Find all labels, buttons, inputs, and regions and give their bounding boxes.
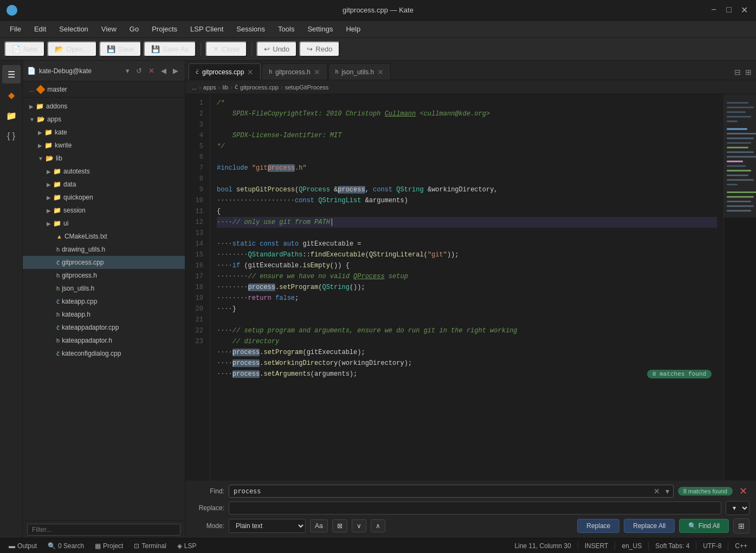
panel-prev-btn[interactable]: ◀ xyxy=(159,66,169,76)
find-input[interactable] xyxy=(229,485,674,498)
breadcrumb-apps[interactable]: apps xyxy=(203,84,216,91)
breadcrumb-function[interactable]: setupGitProcess xyxy=(285,84,329,91)
tree-item-cmakelists[interactable]: ▲ CMakeLists.txt xyxy=(23,230,185,243)
undo-button[interactable]: ↩ Undo xyxy=(256,41,297,57)
tree-item-session[interactable]: ▶ 📁 session xyxy=(23,204,185,217)
tab-close-button[interactable]: ✕ xyxy=(377,68,384,76)
search-nav-down[interactable]: ∨ xyxy=(352,519,366,532)
breadcrumb-lib[interactable]: lib xyxy=(222,84,228,91)
replace-input[interactable] xyxy=(229,501,721,515)
tab-close-button[interactable]: ✕ xyxy=(247,68,254,76)
search-status-btn[interactable]: 🔍 0 Search xyxy=(43,541,88,551)
cpp-file-icon: c̈ xyxy=(56,350,60,357)
menu-selection[interactable]: Selection xyxy=(54,23,93,35)
replace-options-dropdown[interactable]: ▾ xyxy=(726,501,749,515)
tree-item-drawing-utils[interactable]: h drawing_utils.h xyxy=(23,243,185,256)
case-sensitive-btn[interactable]: Aa xyxy=(310,519,328,532)
find-options-btn[interactable]: ▾ xyxy=(663,486,671,497)
tree-item-label: ui xyxy=(63,220,68,227)
mode-select[interactable]: Plain text Regular expression Escape seq… xyxy=(229,519,306,533)
tree-item-apps[interactable]: ▼ 📂 apps xyxy=(23,113,185,126)
close-find-bar-btn[interactable]: ✕ xyxy=(737,485,749,497)
tree-item-kateapp-h[interactable]: h kateapp.h xyxy=(23,308,185,321)
menu-tools[interactable]: Tools xyxy=(273,23,300,35)
code-minimap xyxy=(723,94,756,480)
tree-item-lib[interactable]: ▼ 📂 lib xyxy=(23,152,185,165)
editor-mode[interactable]: INSERT xyxy=(580,541,613,551)
folder-open-icon: 📂 xyxy=(46,155,54,162)
encoding-status[interactable]: UTF-8 xyxy=(699,541,726,551)
cursor-position[interactable]: Line 11, Column 30 xyxy=(511,541,576,551)
tree-item-kateapp-cpp[interactable]: c̈ kateapp.cpp xyxy=(23,295,185,308)
tree-item-gitprocess-cpp[interactable]: c̈ gitprocess.cpp xyxy=(23,256,185,269)
minimize-button[interactable]: − xyxy=(708,5,719,15)
project-status-btn[interactable]: ▦ Project xyxy=(91,541,127,551)
tab-close-button[interactable]: ✕ xyxy=(314,68,320,76)
replace-all-button[interactable]: Replace All xyxy=(624,519,675,533)
output-icon: ▬ xyxy=(9,542,15,550)
panel-dropdown-btn[interactable]: ▾ xyxy=(124,66,132,76)
tree-item-gitprocess-h[interactable]: h gitprocess.h xyxy=(23,269,185,282)
save-as-button[interactable]: 💾 Save As xyxy=(144,41,196,57)
tree-item-kate[interactable]: ▶ 📁 kate xyxy=(23,126,185,139)
sidebar-folder-icon[interactable]: 📁 xyxy=(2,106,21,125)
tree-item-kateconfigdialog-cpp[interactable]: c̈ kateconfigdialog.cpp xyxy=(23,347,185,360)
tree-item-json-utils[interactable]: h json_utils.h xyxy=(23,282,185,295)
tab-gitprocess-h[interactable]: h gitprocess.h ✕ xyxy=(262,63,327,80)
search-nav-up[interactable]: ∧ xyxy=(371,519,385,532)
maximize-button[interactable]: □ xyxy=(723,5,734,15)
filter-input[interactable] xyxy=(27,524,180,536)
close-window-button[interactable]: ✕ xyxy=(739,5,749,15)
replace-button[interactable]: Replace xyxy=(577,519,619,533)
tab-json-utils-h[interactable]: h json_utils.h ✕ xyxy=(328,63,391,80)
language-status[interactable]: C++ xyxy=(731,541,752,551)
tree-item-data[interactable]: ▶ 📁 data xyxy=(23,178,185,191)
indent-status[interactable]: Soft Tabs: 4 xyxy=(651,541,694,551)
tree-item-kateappadaptor-h[interactable]: h kateappadaptor.h xyxy=(23,334,185,347)
redo-button[interactable]: ↪ Redo xyxy=(299,41,340,57)
menu-view[interactable]: View xyxy=(96,23,122,35)
lsp-status-btn[interactable]: ◈ LSP xyxy=(173,541,201,551)
sidebar-symbols-icon[interactable]: { } xyxy=(2,127,21,145)
find-all-button[interactable]: 🔍 Find All xyxy=(679,519,729,533)
open-button[interactable]: 📂 Open... xyxy=(47,41,97,57)
find-options-extra-btn[interactable]: ⊞ xyxy=(733,518,749,533)
clear-find-btn[interactable]: ✕ xyxy=(651,486,662,497)
tab-gitprocess-cpp[interactable]: c̈ gitprocess.cpp ✕ xyxy=(189,63,261,80)
menu-projects[interactable]: Projects xyxy=(146,23,183,35)
save-button[interactable]: 💾 Save xyxy=(99,41,142,57)
search-icon: 🔍 xyxy=(688,522,696,530)
output-status-btn[interactable]: ▬ Output xyxy=(4,541,41,551)
panel-next-btn[interactable]: ▶ xyxy=(171,66,180,76)
code-content[interactable]: /* SPDX-FileCopyrightText: 2010 Christop… xyxy=(210,94,723,480)
menu-settings[interactable]: Settings xyxy=(302,23,338,35)
tab-split-icon[interactable]: ⊟ xyxy=(733,67,742,78)
terminal-status-btn[interactable]: ⊡ Terminal xyxy=(130,541,170,551)
close-tab-button[interactable]: ✕ Close xyxy=(205,41,247,57)
tab-layout-icon[interactable]: ⊞ xyxy=(744,67,753,78)
sidebar-filetree-icon[interactable]: ☰ xyxy=(2,65,21,83)
panel-close-btn[interactable]: ✕ xyxy=(146,66,157,76)
sidebar-icons: ☰ ◆ 📁 { } xyxy=(0,61,23,538)
new-button[interactable]: 📄 New xyxy=(4,41,45,57)
menu-file[interactable]: File xyxy=(4,23,27,35)
breadcrumb-file[interactable]: gitprocess.cpp xyxy=(240,84,279,91)
menu-go[interactable]: Go xyxy=(124,23,144,35)
menu-edit[interactable]: Edit xyxy=(29,23,51,35)
tree-item-autotests[interactable]: ▶ 📁 autotests xyxy=(23,165,185,178)
menu-sessions[interactable]: Sessions xyxy=(231,23,270,35)
tree-item-kateappadaptor-cpp[interactable]: c̈ kateappadaptor.cpp xyxy=(23,321,185,334)
menu-help[interactable]: Help xyxy=(340,23,366,35)
tree-item-kwrite[interactable]: ▶ 📁 kwrite xyxy=(23,139,185,152)
sidebar-git-icon[interactable]: ◆ xyxy=(2,86,21,104)
tree-item-label: kwrite xyxy=(55,142,72,149)
locale-status[interactable]: en_US xyxy=(617,541,646,551)
whole-words-btn[interactable]: ⊠ xyxy=(332,519,347,532)
tree-item-addons[interactable]: ▶ 📁 addons xyxy=(23,100,185,113)
tree-item-ui[interactable]: ▶ 📁 ui xyxy=(23,217,185,230)
panel-refresh-btn[interactable]: ↺ xyxy=(134,66,144,76)
tree-item-quickopen[interactable]: ▶ 📁 quickopen xyxy=(23,191,185,204)
h-tab-icon: h xyxy=(335,69,339,75)
menu-lsp-client[interactable]: LSP Client xyxy=(185,23,229,35)
tree-item-label: kateapp.h xyxy=(62,311,91,318)
